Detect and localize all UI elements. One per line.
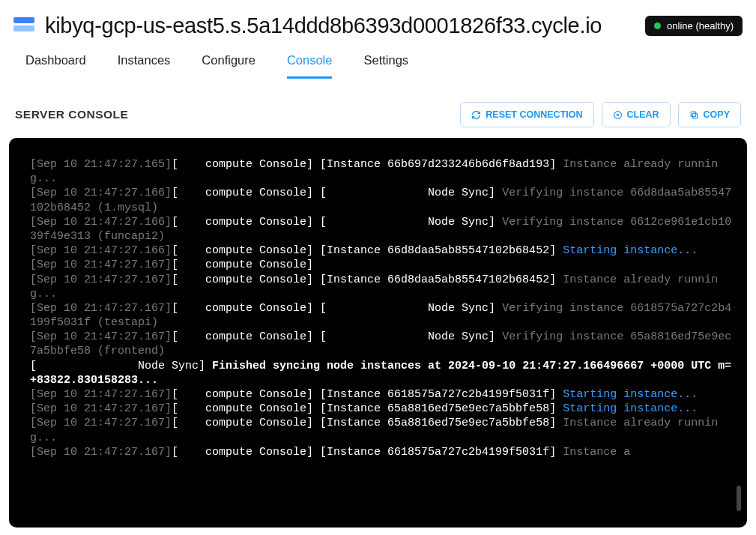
log-line: [Sep 10 21:47:27.166][ compute Console] … (30, 215, 732, 244)
button-label: RESET CONNECTION (486, 109, 582, 120)
log-line: [Sep 10 21:47:27.167][ compute Console] (30, 258, 732, 272)
log-line: [Sep 10 21:47:27.166][ compute Console] … (30, 244, 732, 258)
copy-icon (689, 110, 699, 120)
tab-dashboard[interactable]: Dashboard (25, 49, 86, 79)
log-line: [Sep 10 21:47:27.167][ compute Console] … (30, 402, 732, 416)
reset-connection-button[interactable]: RESET CONNECTION (460, 102, 593, 127)
hostname-title: kibyq-gcp-us-east5.s.5a14ddd8b6393d00018… (45, 13, 635, 38)
button-label: CLEAR (627, 109, 659, 120)
log-line: [Sep 10 21:47:27.167][ compute Console] … (30, 301, 732, 330)
section-title: SERVER CONSOLE (15, 108, 128, 121)
status-dot-icon (654, 22, 661, 29)
log-line: [Sep 10 21:47:27.167][ compute Console] … (30, 273, 732, 301)
status-badge: online (healthy) (645, 16, 743, 36)
log-line: [Sep 10 21:47:27.167][ compute Console] … (30, 416, 732, 444)
tab-console[interactable]: Console (287, 49, 333, 79)
tab-configure[interactable]: Configure (202, 49, 255, 79)
console-output[interactable]: [Sep 10 21:47:27.165][ compute Console] … (9, 138, 747, 528)
page-header: kibyq-gcp-us-east5.s.5a14ddd8b6393d00018… (9, 10, 747, 49)
log-line: [Sep 10 21:47:27.166][ compute Console] … (30, 186, 732, 214)
x-circle-icon (613, 110, 623, 120)
button-label: COPY (704, 109, 730, 120)
tab-settings[interactable]: Settings (363, 49, 408, 79)
tab-bar: DashboardInstancesConfigureConsoleSettin… (9, 49, 747, 79)
svg-rect-2 (691, 112, 696, 117)
status-text: online (healthy) (667, 20, 734, 31)
tab-instances[interactable]: Instances (118, 49, 171, 79)
log-line: [Sep 10 21:47:27.167][ compute Console] … (30, 387, 732, 402)
log-line: [ Node Sync] Finished syncing node insta… (30, 359, 732, 387)
copy-button[interactable]: COPY (678, 102, 741, 127)
log-line: [Sep 10 21:47:27.167][ compute Console] … (30, 330, 732, 358)
scrollbar-thumb[interactable] (737, 486, 741, 511)
console-section-header: SERVER CONSOLE RESET CONNECTION CLEAR CO… (9, 102, 747, 127)
clear-button[interactable]: CLEAR (602, 102, 671, 127)
log-line: [Sep 10 21:47:27.167][ compute Console] … (30, 445, 732, 459)
action-button-row: RESET CONNECTION CLEAR COPY (460, 102, 741, 127)
log-line: [Sep 10 21:47:27.165][ compute Console] … (30, 157, 732, 186)
refresh-icon (471, 110, 481, 120)
svg-rect-1 (692, 113, 698, 118)
server-icon (13, 17, 34, 35)
